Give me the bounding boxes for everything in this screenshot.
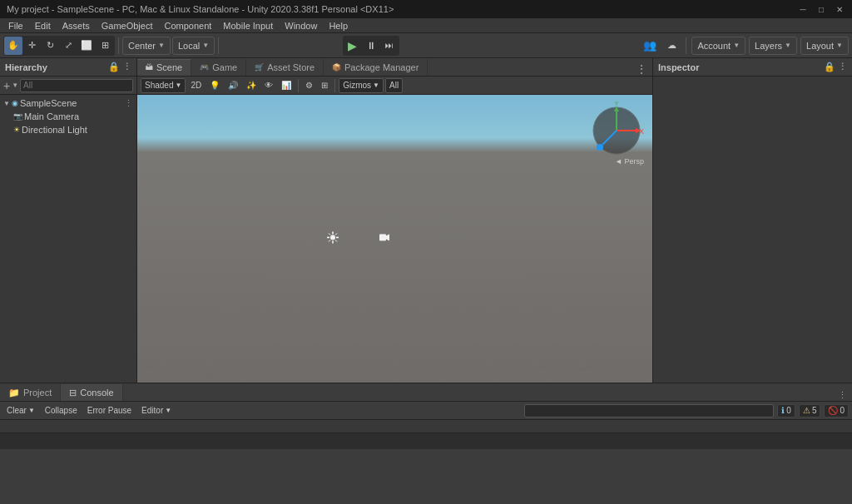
editor-dropdown[interactable]: Editor ▼ xyxy=(138,403,175,418)
scene-name: SampleScene xyxy=(20,98,77,108)
shaded-dropdown[interactable]: Shaded ▼ xyxy=(141,78,186,93)
status-bar xyxy=(0,432,852,449)
2d-toggle[interactable]: 2D xyxy=(187,78,205,93)
tab-package-manager[interactable]: 📦 Package Manager xyxy=(324,59,428,76)
tab-console[interactable]: ⊟ Console xyxy=(61,384,122,401)
bottom-panel-more[interactable]: ⋮ xyxy=(833,390,852,401)
move-tool-button[interactable]: ✛ xyxy=(22,37,41,55)
inspector-panel: Inspector 🔒 ⋮ xyxy=(652,58,852,383)
toolbar-separator-3 xyxy=(686,37,686,54)
menu-gameobject[interactable]: GameObject xyxy=(97,18,158,33)
svg-line-16 xyxy=(395,177,498,383)
play-controls-group: ▶ ⏸ ⏭ xyxy=(343,36,399,56)
layout-dropdown[interactable]: Layout ▼ xyxy=(800,37,849,55)
scene-light-object xyxy=(326,231,339,247)
project-tab-icon: 📁 xyxy=(8,388,20,398)
local-label: Local xyxy=(178,41,200,51)
menu-window[interactable]: Window xyxy=(280,18,322,33)
tab-asset-store[interactable]: 🛒 Asset Store xyxy=(246,59,324,76)
audio-toggle[interactable]: 🔊 xyxy=(225,78,241,93)
hand-tool-button[interactable]: ✋ xyxy=(4,37,22,55)
svg-line-30 xyxy=(329,240,330,242)
play-button[interactable]: ▶ xyxy=(344,37,362,55)
menu-mobile-input[interactable]: Mobile Input xyxy=(218,18,278,33)
svg-line-19 xyxy=(395,177,653,383)
account-dropdown[interactable]: Account ▼ xyxy=(691,37,746,55)
inspector-lock-icon[interactable]: 🔒 xyxy=(824,62,835,72)
close-button[interactable]: ✕ xyxy=(834,3,845,15)
tab-scene[interactable]: 🏔 Scene xyxy=(137,59,191,76)
menu-component[interactable]: Component xyxy=(159,18,216,33)
console-tab-label: Console xyxy=(80,388,113,398)
minimize-button[interactable]: ─ xyxy=(797,3,809,15)
rotate-tool-button[interactable]: ↻ xyxy=(41,37,59,55)
snap-settings[interactable]: ⚙ xyxy=(302,78,316,93)
menu-edit[interactable]: Edit xyxy=(30,18,56,33)
package-tab-icon: 📦 xyxy=(332,63,341,72)
menu-file[interactable]: File xyxy=(3,18,28,33)
hierarchy-menu-icon[interactable]: ⋮ xyxy=(122,62,131,72)
step-button[interactable]: ⏭ xyxy=(380,37,399,55)
tab-more-button[interactable]: ⋮ xyxy=(631,62,652,76)
hierarchy-item-directional-light[interactable]: ☀ Directional Light xyxy=(0,123,136,136)
svg-text:X: X xyxy=(639,127,644,136)
warn-count-badge[interactable]: ⚠ 5 xyxy=(799,404,821,418)
collapse-label: Collapse xyxy=(45,406,77,415)
rect-tool-button[interactable]: ⬜ xyxy=(77,37,96,55)
effects-toggle[interactable]: ✨ xyxy=(243,78,260,93)
error-pause-button[interactable]: Error Pause xyxy=(84,403,135,418)
toolbar-separator-2 xyxy=(218,37,219,54)
scene-gizmo[interactable]: X Y Z xyxy=(587,101,646,160)
scale-tool-button[interactable]: ⤢ xyxy=(59,37,77,55)
scene-view[interactable]: X Y Z ◄ Persp xyxy=(137,95,652,383)
grid-toggle[interactable]: ⊞ xyxy=(318,78,331,93)
hierarchy-add-icon[interactable]: + xyxy=(3,79,10,92)
inspector-content xyxy=(653,77,852,383)
inspector-header-icons: 🔒 ⋮ xyxy=(824,62,847,72)
editor-arrow: ▼ xyxy=(165,407,171,414)
tab-game[interactable]: 🎮 Game xyxy=(191,59,246,76)
console-search-input[interactable] xyxy=(524,404,774,418)
all-dropdown[interactable]: All xyxy=(385,78,403,93)
pause-button[interactable]: ⏸ xyxy=(362,37,380,55)
hierarchy-lock-icon[interactable]: 🔒 xyxy=(108,62,120,72)
layout-dropdown-arrow: ▼ xyxy=(836,42,843,49)
window-title: My project - SampleScene - PC, Mac & Lin… xyxy=(7,4,797,14)
scene-canvas-container: X Y Z ◄ Persp xyxy=(137,95,652,383)
info-count-badge[interactable]: ℹ 0 xyxy=(777,404,795,418)
inspector-menu-icon[interactable]: ⋮ xyxy=(838,62,847,72)
cloud-icon[interactable]: ☁ xyxy=(662,37,681,55)
title-bar: My project - SampleScene - PC, Mac & Lin… xyxy=(0,0,852,18)
hierarchy-search-input[interactable] xyxy=(20,79,133,92)
menu-help[interactable]: Help xyxy=(324,18,353,33)
layers-dropdown[interactable]: Layers ▼ xyxy=(749,37,797,55)
light-icon: ☀ xyxy=(13,126,20,134)
clear-button[interactable]: Clear ▼ xyxy=(3,403,38,418)
menu-bar: File Edit Assets GameObject Component Mo… xyxy=(0,18,852,33)
transform-tool-button[interactable]: ⊞ xyxy=(96,37,114,55)
svg-line-28 xyxy=(335,240,337,242)
maximize-button[interactable]: □ xyxy=(815,3,827,15)
package-tab-label: Package Manager xyxy=(344,62,419,72)
tab-project[interactable]: 📁 Project xyxy=(0,384,61,401)
gizmos-label: Gizmos xyxy=(343,81,371,90)
hierarchy-item-samplescene[interactable]: ▼ ◉ SampleScene ⋮ xyxy=(0,96,136,110)
svg-line-9 xyxy=(137,177,395,383)
center-dropdown[interactable]: Center ▼ xyxy=(122,37,171,55)
menu-assets[interactable]: Assets xyxy=(57,18,95,33)
hidden-toggle[interactable]: 👁 xyxy=(261,78,276,93)
warn-icon: ⚠ xyxy=(803,406,810,415)
stats-toggle[interactable]: 📊 xyxy=(278,78,295,93)
svg-line-27 xyxy=(329,234,330,235)
gizmos-dropdown[interactable]: Gizmos ▼ xyxy=(339,78,384,93)
collapse-button[interactable]: Collapse xyxy=(42,403,81,418)
lighting-toggle[interactable]: 💡 xyxy=(206,78,223,93)
collab-icon[interactable]: 👥 xyxy=(641,37,659,55)
hierarchy-dropdown-arrow[interactable]: ▼ xyxy=(12,82,18,89)
game-tab-icon: 🎮 xyxy=(200,63,209,72)
local-dropdown[interactable]: Local ▼ xyxy=(172,37,215,55)
hierarchy-item-main-camera[interactable]: 📷 Main Camera xyxy=(0,110,136,123)
error-count-badge[interactable]: 🚫 0 xyxy=(824,404,849,418)
scene-options-icon[interactable]: ⋮ xyxy=(124,98,133,109)
scene-tab-label: Scene xyxy=(156,62,182,72)
